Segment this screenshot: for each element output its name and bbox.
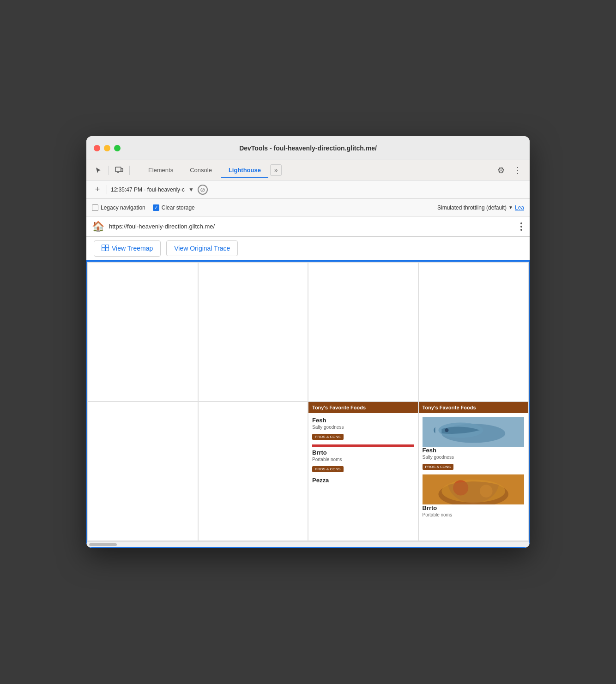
cursor-icon[interactable] — [92, 164, 105, 177]
tab-more[interactable]: » — [270, 164, 282, 176]
page-url: https://foul-heavenly-direction.glitch.m… — [109, 223, 514, 230]
tab-console[interactable]: Console — [182, 163, 219, 177]
close-button[interactable] — [94, 145, 100, 151]
food-name-brrto-1: Brrto — [312, 449, 414, 456]
treemap-cell-r1c1 — [88, 263, 198, 401]
food-desc-brrto-1: Portable noms — [312, 457, 414, 462]
food-name-fesh-2: Fesh — [423, 447, 525, 454]
food-name-brrto-2: Brrto — [423, 504, 525, 511]
pros-cons-btn-2[interactable]: PROS & CONS — [312, 466, 344, 472]
url-bar: 🏠 https://foul-heavenly-direction.glitch… — [86, 216, 530, 237]
tab-icons — [92, 164, 132, 177]
throttling-option: Simulated throttling (default) ▼ Lea — [437, 204, 524, 211]
throttling-label: Simulated throttling (default) — [437, 204, 507, 211]
svg-rect-0 — [115, 167, 121, 172]
food-desc-brrto-2: Portable noms — [423, 512, 525, 517]
devtools-window: DevTools - foul-heavenly-direction.glitc… — [86, 136, 530, 548]
food-name-fesh-1: Fesh — [312, 417, 414, 424]
card-container-2: Tony's Favorite Foods — [419, 402, 528, 540]
responsive-icon[interactable] — [113, 164, 126, 177]
pros-cons-btn-3[interactable]: PROS & CONS — [423, 464, 454, 470]
treemap-icon — [102, 245, 109, 252]
block-icon[interactable]: ⊘ — [198, 185, 208, 195]
treemap-cell-r1c2 — [199, 263, 308, 401]
treemap-cell-r1c3 — [308, 263, 418, 401]
food-card-2: Tony's Favorite Foods — [419, 402, 528, 540]
svg-rect-5 — [102, 248, 105, 251]
add-session-button[interactable]: + — [92, 185, 103, 194]
legacy-navigation-checkbox[interactable] — [92, 204, 98, 211]
treemap-area: Tony's Favorite Foods Fesh Salty goodnes… — [86, 261, 530, 548]
treemap-grid: Tony's Favorite Foods Fesh Salty goodnes… — [87, 262, 529, 541]
food-item-fesh-2: Fesh Salty goodness PROS & CONS — [423, 417, 525, 470]
devtools-more-icon[interactable]: ⋮ — [511, 164, 524, 177]
dot-2 — [520, 226, 522, 228]
title-bar: DevTools - foul-heavenly-direction.glitc… — [86, 136, 530, 160]
svg-rect-6 — [106, 248, 109, 251]
learn-link[interactable]: Lea — [515, 204, 524, 211]
lighthouse-icon: 🏠 — [92, 221, 104, 233]
food-item-brrto-1: Brrto Portable noms PROS & CONS — [312, 449, 414, 472]
window-title: DevTools - foul-heavenly-direction.glitc… — [239, 144, 377, 152]
view-original-trace-label: View Original Trace — [174, 245, 230, 252]
tab-divider-2 — [129, 166, 130, 175]
action-bar: View Treemap View Original Trace — [86, 237, 530, 261]
minimize-button[interactable] — [104, 145, 110, 151]
burrito-image — [423, 474, 525, 504]
clear-storage-checkbox[interactable]: ✓ — [153, 204, 159, 211]
dropdown-arrow-icon[interactable]: ▼ — [188, 186, 194, 193]
tab-elements[interactable]: Elements — [141, 163, 181, 177]
scroll-thumb[interactable] — [89, 543, 117, 546]
svg-point-10 — [445, 428, 448, 432]
svg-rect-3 — [102, 245, 105, 247]
view-treemap-button[interactable]: View Treemap — [94, 240, 161, 257]
throttling-arrow-icon[interactable]: ▼ — [508, 205, 513, 210]
settings-icon[interactable]: ⚙ — [495, 164, 507, 177]
toolbar-bar: + 12:35:47 PM - foul-heavenly-c ▼ ⊘ — [86, 180, 530, 199]
tab-settings-area: ⚙ ⋮ — [495, 164, 524, 177]
legacy-navigation-label: Legacy navigation — [101, 204, 145, 211]
pros-cons-btn-1[interactable]: PROS & CONS — [312, 434, 344, 440]
treemap-cell-r2c1 — [88, 402, 198, 540]
view-treemap-label: View Treemap — [112, 245, 153, 252]
dot-1 — [520, 222, 522, 224]
legacy-navigation-option[interactable]: Legacy navigation — [92, 204, 145, 211]
clear-storage-label: Clear storage — [162, 204, 195, 211]
food-item-pezza-1: Pezza — [312, 477, 414, 484]
svg-rect-1 — [121, 168, 123, 172]
food-item-fesh-1: Fesh Salty goodness PROS & CONS — [312, 417, 414, 440]
scroll-bar[interactable] — [87, 541, 529, 547]
tab-lighthouse[interactable]: Lighthouse — [221, 163, 268, 177]
clear-storage-option[interactable]: ✓ Clear storage — [153, 204, 195, 211]
options-bar: Legacy navigation ✓ Clear storage Simula… — [86, 199, 530, 216]
view-original-trace-button[interactable]: View Original Trace — [166, 240, 238, 256]
fish-image — [423, 417, 525, 447]
session-time: 12:35:47 PM - foul-heavenly-c — [111, 186, 185, 193]
card-header-1: Tony's Favorite Foods — [308, 402, 418, 413]
treemap-cell-r2c2 — [199, 402, 308, 540]
dot-3 — [520, 229, 522, 231]
food-name-pezza-1: Pezza — [312, 477, 414, 484]
toolbar-divider — [107, 185, 107, 194]
card-body-2: Fesh Salty goodness PROS & CONS — [419, 413, 528, 540]
food-desc-fesh-2: Salty goodness — [423, 455, 525, 460]
tab-bar: Elements Console Lighthouse » ⚙ ⋮ — [86, 160, 530, 180]
food-desc-fesh-1: Salty goodness — [312, 425, 414, 430]
red-bar-1 — [312, 444, 414, 447]
card-body-1: Fesh Salty goodness PROS & CONS Brrto Po… — [308, 413, 418, 540]
card-header-2: Tony's Favorite Foods — [419, 402, 528, 413]
svg-rect-4 — [106, 245, 109, 247]
traffic-lights — [94, 145, 121, 151]
fullscreen-button[interactable] — [114, 145, 121, 151]
food-card-1: Tony's Favorite Foods Fesh Salty goodnes… — [308, 402, 418, 540]
card-container-1: Tony's Favorite Foods Fesh Salty goodnes… — [308, 402, 418, 540]
tab-divider — [109, 166, 109, 175]
url-more-button[interactable] — [519, 221, 524, 233]
treemap-cell-r1c4 — [419, 263, 528, 401]
food-item-brrto-2: Brrto Portable noms — [423, 474, 525, 517]
